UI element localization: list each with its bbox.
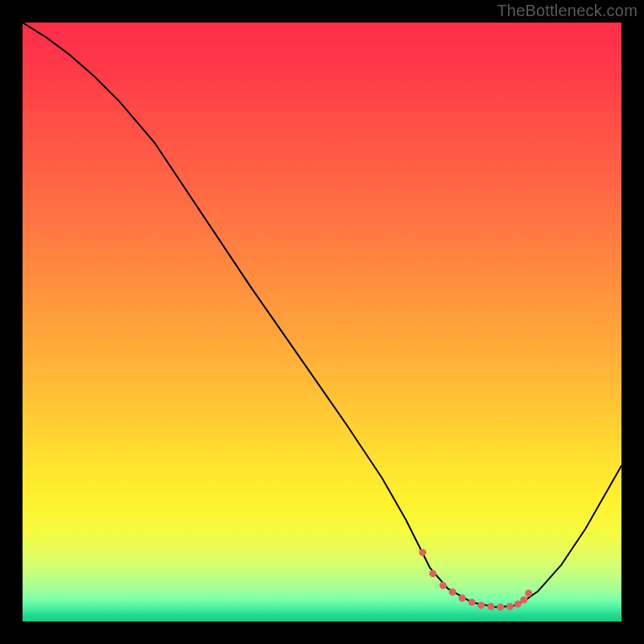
solution-marker xyxy=(487,603,494,610)
solution-marker xyxy=(459,594,466,601)
solution-marker xyxy=(497,604,504,611)
chart-svg xyxy=(23,23,621,621)
chart-stage: TheBottleneck.com xyxy=(0,0,644,644)
gradient-background xyxy=(23,23,621,621)
solution-marker xyxy=(440,582,447,589)
solution-marker xyxy=(429,570,436,577)
solution-marker xyxy=(525,590,532,597)
solution-marker xyxy=(506,603,514,610)
plot-area xyxy=(23,23,621,621)
watermark-text: TheBottleneck.com xyxy=(497,2,638,20)
solution-marker xyxy=(520,597,527,604)
solution-marker xyxy=(514,601,522,608)
solution-marker xyxy=(477,601,485,609)
solution-marker xyxy=(419,549,426,556)
solution-marker xyxy=(449,588,456,596)
solution-marker xyxy=(469,599,476,606)
